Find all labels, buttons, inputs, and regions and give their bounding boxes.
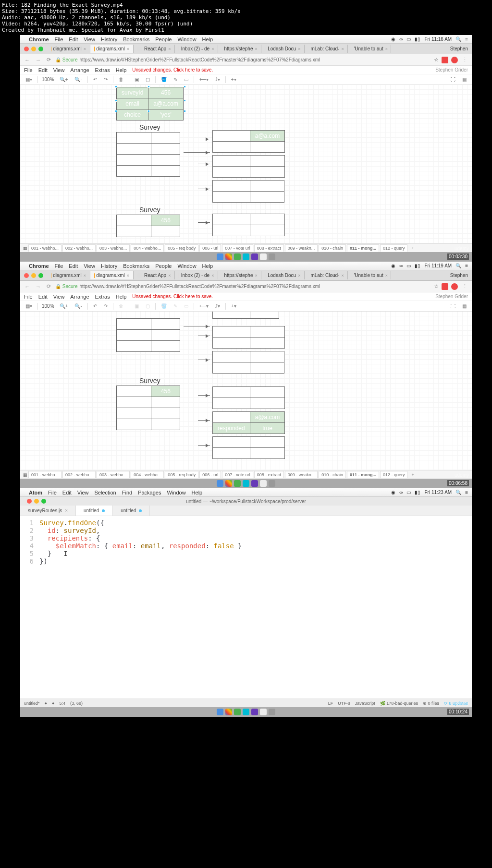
battery-icon[interactable]: ▮▯: [415, 490, 420, 495]
diagram-request-box[interactable]: surveyId456 emaila@a.com choice'yes': [116, 87, 184, 121]
extension-icon[interactable]: [451, 57, 458, 63]
drawio-menu[interactable]: Arrange: [70, 67, 89, 73]
browser-tab[interactable]: diagrams.xml×: [90, 45, 134, 53]
page-tab[interactable]: 012 - query: [380, 244, 408, 252]
close-icon[interactable]: ×: [127, 47, 129, 51]
display-icon[interactable]: ▭: [406, 263, 411, 268]
browser-tab[interactable]: 'Unable to aut×: [348, 271, 391, 279]
page-menu-icon[interactable]: ▦: [23, 472, 27, 477]
drawio-menu[interactable]: View: [53, 294, 65, 300]
page-tab[interactable]: 005 - req body: [165, 244, 198, 252]
editor-tab[interactable]: untitled: [113, 506, 150, 516]
page-tab[interactable]: 004 - webho...: [131, 471, 164, 478]
page-tab[interactable]: 006 - url: [199, 244, 221, 252]
display-icon[interactable]: ▭: [406, 36, 411, 42]
page-tab[interactable]: 004 - webho...: [131, 244, 164, 252]
status-file[interactable]: untitled*: [24, 701, 40, 706]
sidebar-toggle-icon[interactable]: ▦▾: [24, 77, 34, 82]
fill-icon[interactable]: 🪣: [160, 303, 168, 309]
drawio-menu[interactable]: Help: [116, 67, 127, 73]
line-icon[interactable]: ✎: [172, 77, 179, 82]
drawio-menu[interactable]: Edit: [38, 67, 48, 73]
url-field[interactable]: 🔒 Secure https://www.draw.io/#HStephenGr…: [55, 284, 431, 289]
drawio-menu[interactable]: Extras: [95, 294, 110, 300]
menu-window[interactable]: Window: [167, 490, 185, 495]
browser-tab[interactable]: Inbox (2) - de×: [175, 271, 218, 279]
back-button[interactable]: ←: [23, 284, 31, 289]
menu-bookmarks[interactable]: Bookmarks: [123, 263, 149, 269]
reload-button[interactable]: ⟳: [45, 283, 52, 289]
page-tab[interactable]: 011 - mong...: [347, 471, 379, 478]
menu-icon[interactable]: ≡: [465, 36, 468, 42]
drawio-menu[interactable]: File: [24, 294, 33, 300]
page-tab[interactable]: 001 - webho...: [28, 244, 62, 252]
diagram-recipient-box[interactable]: emaile@e.com respondedtrue: [212, 436, 285, 459]
zoom-out-icon[interactable]: 🔍-: [73, 303, 83, 309]
menu-edit[interactable]: Edit: [62, 490, 72, 495]
fullscreen-icon[interactable]: ⛶: [449, 77, 457, 82]
editor-tab[interactable]: surveyRoutes.js×: [20, 506, 76, 516]
wifi-icon[interactable]: ◉: [391, 36, 395, 42]
browser-tab[interactable]: diagrams.xml×: [47, 45, 90, 53]
menu-icon[interactable]: ≡: [465, 263, 468, 268]
status-encoding[interactable]: UTF-8: [338, 701, 350, 706]
browser-tab[interactable]: mLab: Cloud-×: [305, 45, 348, 53]
browser-tab[interactable]: 'Unable to aut×: [348, 45, 391, 53]
browser-tab[interactable]: Inbox (2) - de×: [175, 45, 218, 53]
close-icon[interactable]: ×: [168, 47, 171, 51]
redo-icon[interactable]: ↷: [102, 303, 109, 309]
window-controls[interactable]: [20, 273, 47, 278]
browser-tab[interactable]: React App×: [134, 271, 175, 279]
extension-icon[interactable]: [451, 283, 458, 290]
add-page-button[interactable]: +: [408, 472, 417, 477]
add-page-button[interactable]: +: [408, 246, 417, 251]
add-icon[interactable]: +▾: [230, 303, 238, 309]
add-icon[interactable]: +▾: [230, 77, 238, 82]
page-tab[interactable]: 010 - chain: [319, 244, 346, 252]
search-icon[interactable]: 🔍: [455, 263, 461, 268]
redo-icon[interactable]: ↷: [102, 77, 109, 82]
menu-view[interactable]: View: [84, 36, 95, 42]
diagram-survey-table[interactable]: id123 recipients yes0 no0: [116, 132, 180, 177]
menu-help[interactable]: Help: [192, 490, 203, 495]
menu-find[interactable]: Find: [122, 490, 132, 495]
menu-file[interactable]: File: [55, 263, 63, 269]
waypoint-icon[interactable]: ⤴▾: [214, 77, 221, 82]
page-tab[interactable]: 012 - query: [380, 471, 408, 478]
zoom-in-icon[interactable]: 🔍+: [58, 77, 70, 82]
browser-tab[interactable]: React App×: [134, 45, 175, 53]
browser-tab[interactable]: https://stephe×: [218, 271, 261, 279]
profile-label[interactable]: Stephen: [446, 46, 472, 51]
diagram-survey-table[interactable]: id456 recipients yes0 no0: [116, 386, 180, 430]
menu-icon[interactable]: ⋮: [461, 57, 469, 63]
wifi-icon[interactable]: ◉: [391, 263, 395, 268]
waypoint-icon[interactable]: ⤴▾: [214, 303, 221, 309]
status-files[interactable]: ⊕ 0 files: [423, 701, 439, 706]
undo-icon[interactable]: ↶: [92, 303, 98, 309]
code-editor[interactable]: 1Survey.findOne({ 2 id: surveyId, 3 reci…: [20, 516, 472, 699]
close-icon[interactable]: ×: [385, 47, 388, 51]
browser-tab[interactable]: diagrams.xml×: [90, 271, 134, 279]
close-icon[interactable]: ×: [341, 47, 344, 51]
page-tab[interactable]: 006 - url: [199, 471, 221, 478]
close-icon[interactable]: ×: [84, 47, 86, 51]
front-icon[interactable]: ▣: [133, 303, 140, 309]
menu-help[interactable]: Help: [202, 36, 213, 42]
menu-icon[interactable]: ≡: [465, 490, 468, 495]
reload-button[interactable]: ⟳: [45, 57, 52, 63]
menu-file[interactable]: File: [48, 490, 57, 495]
drawio-menu[interactable]: Edit: [38, 294, 48, 300]
zoom-level[interactable]: 100%: [42, 77, 54, 82]
menu-bookmarks[interactable]: Bookmarks: [123, 36, 149, 42]
browser-tab[interactable]: Lodash Docu×: [261, 45, 305, 53]
drawio-menu[interactable]: Arrange: [70, 294, 89, 300]
page-tab[interactable]: 010 - chain: [319, 471, 346, 478]
diagram-recipient-box[interactable]: emaild@d.com respondedtrue: [212, 214, 285, 236]
close-icon[interactable]: ×: [65, 508, 68, 513]
close-icon[interactable]: ×: [298, 47, 300, 51]
page-tab[interactable]: 007 - vote url: [222, 471, 253, 478]
macos-dock[interactable]: [20, 479, 472, 488]
display-icon[interactable]: ▭: [406, 490, 411, 495]
menu-help[interactable]: Help: [202, 263, 213, 269]
forward-button[interactable]: →: [34, 57, 42, 63]
